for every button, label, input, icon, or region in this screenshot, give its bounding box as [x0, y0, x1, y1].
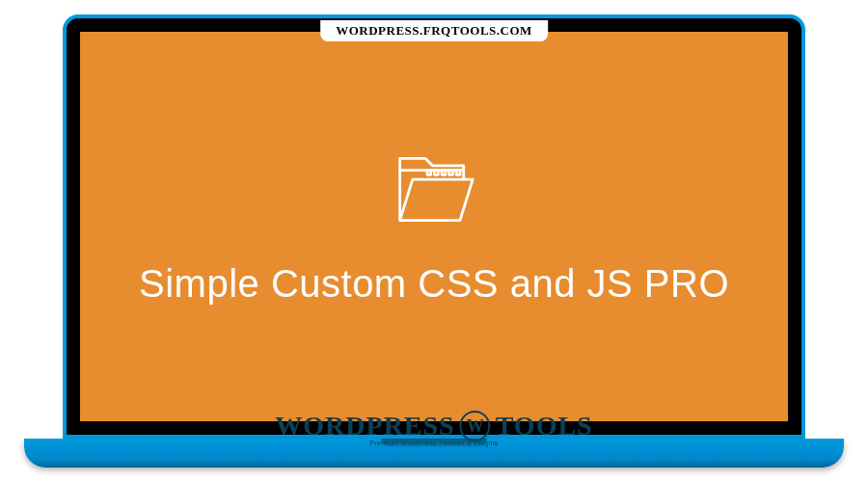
folder-icon — [389, 147, 480, 233]
laptop-screen-frame: WORDPRESS.FRQTOOLS.COM Simple Custom CSS… — [63, 14, 805, 439]
url-badge: WORDPRESS.FRQTOOLS.COM — [320, 20, 548, 41]
screen-content: Simple Custom CSS and JS PRO — [80, 32, 788, 421]
watermark-text-right: TOOLS — [496, 411, 593, 442]
product-title: Simple Custom CSS and JS PRO — [139, 262, 729, 306]
laptop-mockup: WORDPRESS.FRQTOOLS.COM Simple Custom CSS… — [24, 14, 844, 468]
watermark: WORDPRESS TOOLS Premium WordPress Themes… — [275, 411, 592, 446]
watermark-main: WORDPRESS TOOLS — [275, 411, 592, 442]
watermark-text-left: WORDPRESS — [275, 411, 454, 442]
watermark-logo-icon — [460, 411, 491, 442]
